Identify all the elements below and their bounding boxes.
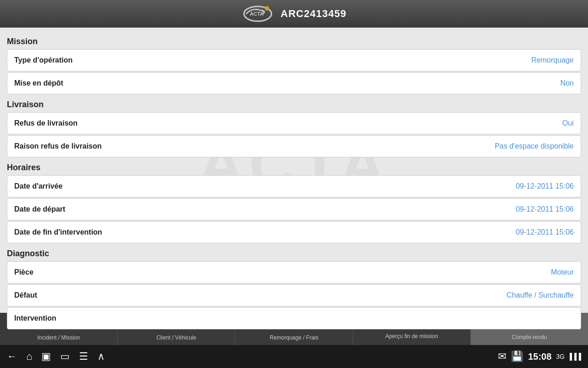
label-defaut: Défaut <box>14 291 37 299</box>
row-intervention[interactable]: Intervention <box>7 307 581 329</box>
email-icon: ✉ <box>498 351 506 362</box>
recent-button[interactable]: ▣ <box>41 351 51 362</box>
label-type-operation: Type d'opération <box>14 56 73 64</box>
page-title: ARC2413459 <box>281 8 346 20</box>
section-horaires-header: Horaires <box>7 158 581 175</box>
row-date-arrivee[interactable]: Date d'arrivée 09-12-2011 15:06 <box>7 175 581 197</box>
system-time: 15:08 <box>528 351 551 362</box>
label-intervention: Intervention <box>14 314 57 322</box>
screenshot-button[interactable]: ▭ <box>60 351 70 362</box>
menu-button[interactable]: ☰ <box>79 351 88 362</box>
svg-point-2 <box>265 6 269 11</box>
value-type-operation: Remorquage <box>531 56 574 64</box>
value-date-fin: 09-12-2011 15:06 <box>516 228 574 236</box>
section-mission-header: Mission <box>7 32 581 49</box>
label-date-arrivee: Date d'arrivée <box>14 182 62 190</box>
signal-text: 3G <box>556 353 565 360</box>
value-mise-en-depot: Non <box>560 79 574 87</box>
logo-container: ACTA ARC2413459 <box>242 4 346 24</box>
system-bar-right: ✉ 💾 15:08 3G ▐▐▐ <box>498 351 581 362</box>
row-raison-refus[interactable]: Raison refus de livraison Pas d'espace d… <box>7 135 581 157</box>
value-refus-livraison: Oui <box>562 119 574 127</box>
system-bar: ← ⌂ ▣ ▭ ☰ ∧ ✉ 💾 15:08 3G ▐▐▐ <box>0 345 588 368</box>
system-bar-left: ← ⌂ ▣ ▭ ☰ ∧ <box>7 351 105 362</box>
section-livraison-header: Livraison <box>7 95 581 112</box>
signal-bars-icon: ▐▐▐ <box>567 353 581 360</box>
row-mise-en-depot[interactable]: Mise en dépôt Non <box>7 72 581 94</box>
value-date-arrivee: 09-12-2011 15:06 <box>516 182 574 190</box>
value-piece: Moteur <box>551 268 574 276</box>
row-defaut[interactable]: Défaut Chauffe / Surchauffe <box>7 284 581 306</box>
back-button[interactable]: ← <box>7 351 17 362</box>
signal-indicator: 3G ▐▐▐ <box>556 353 581 360</box>
section-diagnostic-header: Diagnostic <box>7 244 581 261</box>
up-button[interactable]: ∧ <box>97 351 105 362</box>
home-button[interactable]: ⌂ <box>26 351 32 362</box>
label-raison-refus: Raison refus de livraison <box>14 142 102 150</box>
label-mise-en-depot: Mise en dépôt <box>14 79 63 87</box>
value-defaut: Chauffe / Surchauffe <box>507 291 574 299</box>
app-header: ACTA ARC2413459 <box>0 0 588 28</box>
label-refus-livraison: Refus de livraison <box>14 119 78 127</box>
label-date-fin: Date de fin d'intervention <box>14 228 102 236</box>
value-raison-refus: Pas d'espace disponible <box>495 142 574 150</box>
row-date-fin[interactable]: Date de fin d'intervention 09-12-2011 15… <box>7 221 581 243</box>
main-content: Mission Type d'opération Remorquage Mise… <box>0 28 588 345</box>
row-date-depart[interactable]: Date de départ 09-12-2011 15:06 <box>7 198 581 220</box>
svg-text:ACTA: ACTA <box>250 11 264 17</box>
acta-logo-icon: ACTA <box>242 4 274 24</box>
sd-card-icon: 💾 <box>511 351 523 362</box>
row-piece[interactable]: Pièce Moteur <box>7 261 581 283</box>
label-date-depart: Date de départ <box>14 205 65 213</box>
value-date-depart: 09-12-2011 15:06 <box>516 205 574 213</box>
label-piece: Pièce <box>14 268 34 276</box>
row-refus-livraison[interactable]: Refus de livraison Oui <box>7 112 581 134</box>
row-type-operation[interactable]: Type d'opération Remorquage <box>7 49 581 71</box>
